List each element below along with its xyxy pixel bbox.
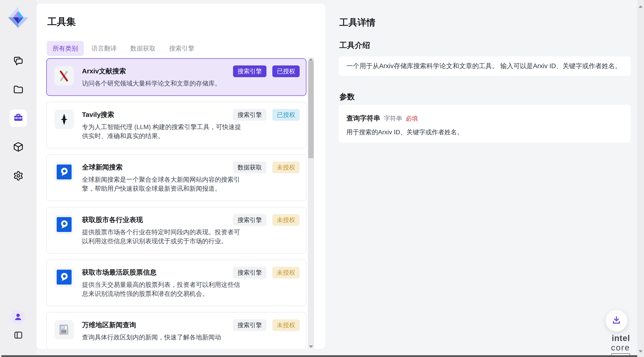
tool-card[interactable]: Arxiv文献搜索 访问各个研究领域大量科学论文和文章的存储库。 搜索引擎 已授… — [46, 58, 306, 96]
tool-list-scrollbar[interactable] — [308, 57, 314, 349]
category-tabs: 所有类别语言翻译数据获取搜索引擎 — [47, 41, 202, 56]
download-icon — [610, 314, 622, 327]
download-button[interactable] — [606, 310, 627, 332]
tavily-star-icon — [54, 110, 74, 129]
gear-icon — [13, 171, 24, 182]
sidebar-item-files[interactable] — [13, 84, 24, 95]
parameter-required-badge: 必填 — [406, 114, 418, 122]
tab-0[interactable]: 所有类别 — [47, 41, 84, 56]
scroll-up-arrow-icon[interactable] — [309, 58, 313, 61]
tool-card-description: 专为人工智能代理 (LLM) 构建的搜索引擎工具，可快速提供实时、准确和真实的结… — [82, 122, 243, 141]
person-icon — [14, 312, 22, 322]
tools-panel: 工具集 所有类别语言翻译数据获取搜索引擎 Arxiv文献搜索 访问各个研究领域大… — [36, 3, 325, 349]
sidebar-item-tools[interactable] — [10, 109, 27, 127]
tab-3[interactable]: 搜索引擎 — [163, 41, 200, 56]
tool-card-description: 全球新闻搜索是一个聚合全球各大新闻网站内容的搜索引擎，帮助用户快速获取全球最新资… — [82, 175, 243, 193]
tool-card-description: 访问各个研究领域大量科学论文和文章的存储库。 — [82, 79, 243, 88]
parameter-card: 查询字符串 字符串 必填 用于搜索的Arxiv ID、关键字或作者姓名。 — [339, 105, 631, 143]
svg-text:NEW: NEW — [62, 328, 64, 329]
tools-panel-title: 工具集 — [48, 15, 76, 28]
sidebar-item-chat[interactable] — [13, 56, 24, 67]
news-api-icon — [54, 215, 74, 234]
intro-card: 一个用于从Arxiv存储库搜索科学论文和文章的工具。 输入可以是Arxiv ID… — [339, 56, 631, 76]
window-scroll-down-icon[interactable] — [638, 350, 643, 353]
tool-card[interactable]: Tavily搜索 专为人工智能代理 (LLM) 构建的搜索引擎工具，可快速提供实… — [46, 102, 306, 148]
tool-category-badge: 搜索引擎 — [233, 267, 266, 279]
tool-card-title: Tavily搜索 — [82, 110, 243, 119]
window-vertical-scrollbar[interactable] — [637, 0, 644, 357]
tab-2[interactable]: 数据获取 — [124, 41, 162, 56]
chat-icon — [13, 56, 24, 67]
tool-card-description: 提供股票市场各个行业在特定时间段内的表现。投资者可以利用这些信息来识别表现优于或… — [82, 228, 243, 246]
tool-category-badge: 搜索引擎 — [233, 214, 266, 226]
arxiv-icon — [54, 66, 74, 85]
collapse-sidebar-button[interactable] — [13, 330, 24, 341]
tab-1[interactable]: 语言翻译 — [86, 41, 122, 56]
tool-card-description: 查询具体行政区划内的新闻，快速了解各地新闻动 — [82, 333, 243, 342]
window-horizontal-scrollbar[interactable] — [1, 355, 637, 357]
tool-card-description: 提供当天交易量最高的股票列表，投资者可以利用这些信息来识别流动性强的股票和潜在的… — [82, 280, 243, 298]
intro-heading: 工具介绍 — [340, 40, 370, 50]
cube-icon — [13, 142, 24, 153]
tool-card[interactable]: 全球新闻搜索 全球新闻搜索是一个聚合全球各大新闻网站内容的搜索引擎，帮助用户快速… — [46, 154, 306, 201]
user-avatar[interactable] — [11, 310, 25, 325]
tool-card[interactable]: 获取股市各行业表现 提供股票市场各个行业在特定时间段内的表现。投资者可以利用这些… — [46, 207, 306, 254]
details-title: 工具详情 — [340, 16, 376, 29]
brand-intel: intel — [612, 334, 630, 343]
parameter-type: 字符串 — [384, 114, 402, 122]
tool-list-scrollbar-thumb[interactable] — [308, 61, 314, 158]
app-logo — [8, 6, 29, 28]
parameter-description: 用于搜索的Arxiv ID、关键字或作者姓名。 — [346, 128, 623, 136]
intro-text: 一个用于从Arxiv存储库搜索科学论文和文章的工具。 输入可以是Arxiv ID… — [346, 62, 622, 71]
tool-auth-badge[interactable]: 已授权 — [272, 65, 300, 77]
params-heading: 参数 — [340, 92, 355, 102]
news-api-icon — [54, 162, 74, 182]
tool-details-panel: 工具详情 工具介绍 一个用于从Arxiv存储库搜索科学论文和文章的工具。 输入可… — [325, 0, 637, 357]
tool-category-badge: 数据获取 — [233, 162, 266, 173]
tool-category-badge: 搜索引擎 — [233, 65, 266, 77]
tool-card[interactable]: LOCAL NEW 万维地区新闻查询 查询具体行政区划内的新闻，快速了解各地新闻… — [46, 312, 306, 349]
tool-card-list: Arxiv文献搜索 访问各个研究领域大量科学论文和文章的存储库。 搜索引擎 已授… — [46, 58, 306, 349]
panel-toggle-icon — [13, 330, 24, 341]
tool-card[interactable]: 获取市场最活跃股票信息 提供当天交易量最高的股票列表，投资者可以利用这些信息来识… — [46, 260, 306, 306]
tool-card-title: 全球新闻搜索 — [82, 163, 243, 172]
tool-auth-badge[interactable]: 已授权 — [272, 109, 300, 121]
brand-core: core — [611, 343, 630, 352]
sidebar — [0, 0, 36, 357]
parameter-name: 查询字符串 — [346, 114, 380, 123]
tool-auth-badge[interactable]: 未授权 — [272, 214, 300, 226]
tool-category-badge: 搜索引擎 — [233, 319, 266, 331]
tool-card-title: Arxiv文献搜索 — [82, 66, 243, 76]
intel-core-logo: intel core ULTRA — [594, 334, 630, 357]
window-scroll-up-icon[interactable] — [638, 5, 643, 8]
sidebar-item-models[interactable] — [13, 142, 24, 153]
tool-auth-badge[interactable]: 未授权 — [272, 319, 300, 331]
tool-card-title: 万维地区新闻查询 — [82, 321, 243, 330]
tool-auth-badge[interactable]: 未授权 — [272, 267, 300, 279]
tool-auth-badge[interactable]: 未授权 — [272, 162, 300, 173]
sidebar-item-settings[interactable] — [13, 171, 24, 182]
local-news-icon: LOCAL NEW — [54, 320, 74, 340]
tool-category-badge: 搜索引擎 — [233, 109, 266, 121]
folder-icon — [13, 84, 24, 95]
news-api-icon — [54, 267, 74, 287]
scroll-down-arrow-icon[interactable] — [309, 346, 313, 348]
tool-card-title: 获取股市各行业表现 — [82, 215, 243, 225]
toolbox-icon — [13, 113, 24, 124]
tool-card-title: 获取市场最活跃股票信息 — [82, 268, 243, 277]
